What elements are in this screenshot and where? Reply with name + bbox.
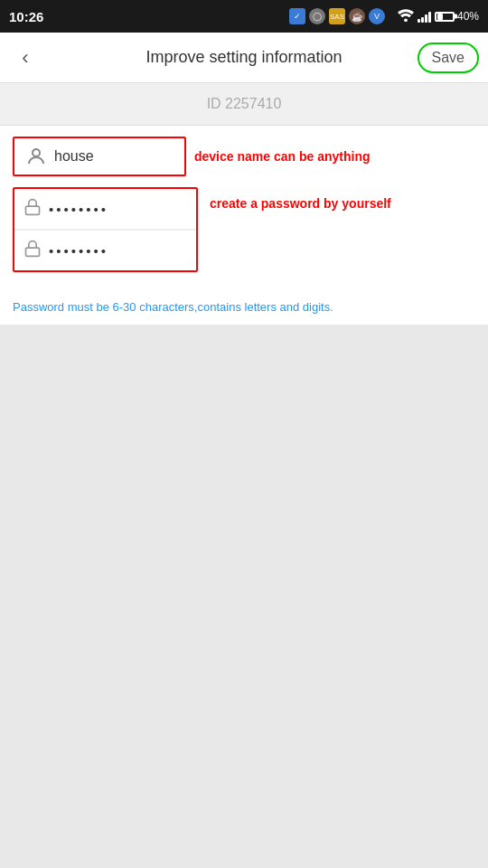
- password-requirement-hint: Password must be 6-30 characters,contain…: [0, 290, 488, 325]
- password-hint-label: create a password by yourself: [210, 196, 391, 211]
- signal-icon: [418, 10, 431, 23]
- password-section: [13, 187, 198, 272]
- password-wrapper: create a password by yourself: [0, 187, 488, 290]
- person-icon: [23, 144, 49, 169]
- device-name-input[interactable]: [54, 148, 175, 165]
- device-id: ID 2257410: [207, 96, 282, 111]
- form-section: device name can be anything: [0, 126, 488, 325]
- save-button[interactable]: Save: [418, 42, 479, 73]
- status-time: 10:26: [9, 9, 43, 24]
- password-row-1: [14, 189, 196, 230]
- svg-rect-2: [26, 206, 40, 214]
- svg-rect-3: [26, 248, 40, 256]
- status-icons: ✓ ◯ SAS ☕ V 40%: [289, 8, 479, 24]
- id-section: ID 2257410: [0, 83, 488, 126]
- app-icon-brown: ☕: [349, 8, 365, 24]
- page-title: Improve setting information: [11, 48, 477, 67]
- lock-icon-2: [23, 240, 42, 261]
- status-bar: 10:26 ✓ ◯ SAS ☕ V 40%: [0, 0, 488, 33]
- battery-indicator: 40%: [435, 10, 479, 23]
- empty-background: [0, 325, 488, 867]
- app-icon-circle: ◯: [309, 8, 325, 24]
- app-icon-s: SAS: [329, 8, 345, 24]
- battery-percent: 40%: [457, 10, 479, 23]
- nav-bar: ‹ Improve setting information Save: [0, 33, 488, 83]
- wifi-icon: [398, 9, 414, 24]
- app-icon-v: V: [369, 8, 385, 24]
- password-row-2: [14, 230, 196, 270]
- app-icon-shield: ✓: [289, 8, 305, 24]
- svg-point-1: [33, 149, 40, 156]
- device-name-wrapper: device name can be anything: [0, 126, 488, 187]
- password-input-2[interactable]: [49, 243, 187, 259]
- password-input-1[interactable]: [49, 202, 187, 217]
- device-name-hint: device name can be anything: [194, 149, 371, 164]
- svg-point-0: [404, 18, 408, 22]
- password-requirement-text: Password must be 6-30 characters,contain…: [13, 300, 333, 314]
- lock-icon-1: [23, 198, 42, 220]
